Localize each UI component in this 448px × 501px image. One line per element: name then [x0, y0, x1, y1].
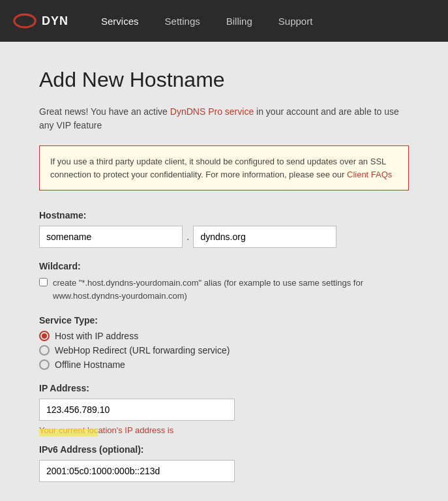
- wildcard-check-row: create "*.host.dyndns-yourdomain.com" al…: [39, 277, 409, 302]
- service-option-1-label[interactable]: WebHop Redirect (URL forwarding service): [55, 345, 230, 356]
- dyndns-pro-link[interactable]: DynDNS Pro service: [170, 106, 254, 117]
- warning-text: If you use a third party update client, …: [50, 157, 386, 179]
- hostname-separator: .: [185, 231, 190, 243]
- nav-item-settings[interactable]: Settings: [152, 0, 213, 42]
- wildcard-checkbox[interactable]: [39, 278, 48, 286]
- radio-offline-icon: [39, 359, 50, 370]
- brand-name: DYN: [42, 14, 68, 28]
- ipv6-input[interactable]: [39, 460, 235, 482]
- wildcard-section: Wildcard: create "*.host.dyndns-yourdoma…: [39, 261, 409, 302]
- service-option-2: Offline Hostname: [39, 359, 409, 370]
- ipv6-section: IPv6 Address (optional):: [39, 444, 409, 482]
- main-content: Add New Hostname Great news! You have an…: [0, 42, 448, 501]
- nav-item-billing[interactable]: Billing: [213, 0, 265, 42]
- ipv6-label: IPv6 Address (optional):: [39, 444, 409, 455]
- radio-webhop-icon: [39, 345, 50, 356]
- service-option-2-label[interactable]: Offline Hostname: [55, 359, 125, 370]
- hostname-input[interactable]: [39, 226, 183, 248]
- radio-host-ip-icon: [39, 331, 50, 341]
- warning-box: If you use a third party update client, …: [39, 145, 409, 190]
- hostname-label: Hostname:: [39, 210, 409, 220]
- hostname-row: .: [39, 226, 409, 248]
- wildcard-description: create "*.host.dyndns-yourdomain.com" al…: [53, 277, 409, 302]
- svg-point-0: [14, 14, 35, 27]
- nav-link-services[interactable]: Services: [88, 0, 152, 42]
- nav-links: Services Settings Billing Support: [88, 0, 325, 42]
- nav-link-support[interactable]: Support: [265, 0, 326, 42]
- ip-input[interactable]: [39, 399, 235, 421]
- nav-item-services[interactable]: Services: [88, 0, 152, 42]
- service-type-section: Service Type: Host with IP address WebHo…: [39, 315, 409, 370]
- ip-label: IP Address:: [39, 383, 409, 393]
- page-title: Add New Hostname: [39, 68, 409, 92]
- intro-prefix: Great news! You have an active: [39, 106, 170, 117]
- hostname-section: Hostname: .: [39, 210, 409, 248]
- ip-section: IP Address: Your current location's IP a…: [39, 383, 409, 435]
- hostname-domain-input[interactable]: [193, 226, 336, 248]
- wildcard-label: Wildcard:: [39, 261, 409, 271]
- intro-text: Great news! You have an active DynDNS Pr…: [39, 105, 409, 132]
- navbar: DYN Services Settings Billing Support: [0, 0, 448, 42]
- service-option-0: Host with IP address: [39, 331, 409, 341]
- service-option-1: WebHop Redirect (URL forwarding service): [39, 345, 409, 356]
- service-option-0-label[interactable]: Host with IP address: [55, 331, 138, 341]
- service-type-label: Service Type:: [39, 315, 409, 326]
- nav-item-support[interactable]: Support: [265, 0, 326, 42]
- client-faqs-link[interactable]: Client FAQs: [347, 170, 392, 179]
- nav-link-billing[interactable]: Billing: [213, 0, 265, 42]
- dyn-logo-icon: [13, 13, 37, 29]
- brand[interactable]: DYN: [13, 13, 68, 29]
- ip-location-link[interactable]: Your current location's IP address is: [39, 425, 173, 435]
- nav-link-settings[interactable]: Settings: [152, 0, 213, 42]
